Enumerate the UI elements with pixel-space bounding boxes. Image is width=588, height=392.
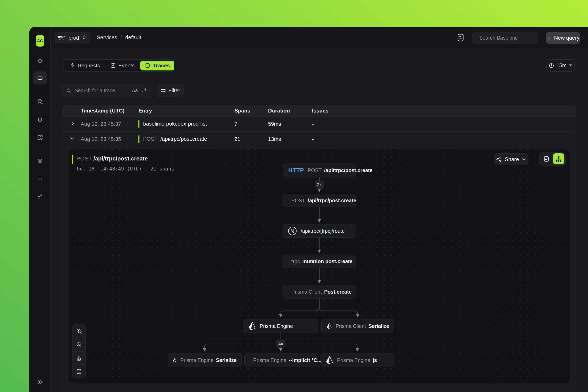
expand-sidebar-icon[interactable] — [36, 378, 44, 386]
lightning-icon — [70, 63, 75, 68]
plus-icon — [546, 35, 552, 41]
table-row[interactable]: Aug 12, 23:45:37 baselime-pokedex-prod-l… — [62, 116, 576, 131]
chevron-down-icon — [569, 64, 572, 66]
tree-view-icon — [555, 156, 562, 162]
lock-toggle-button[interactable] — [72, 351, 86, 365]
span-node-prisma-engine-js[interactable]: Prisma Engine js — [320, 353, 394, 367]
tree-view-button[interactable] — [553, 153, 564, 164]
tab-traces[interactable]: Traces — [140, 61, 174, 70]
changelog-icon[interactable] — [456, 33, 465, 42]
chevron-down-icon — [522, 157, 526, 162]
dashboard-icon[interactable] — [37, 134, 43, 141]
prisma-icon — [326, 322, 332, 330]
lock-open-icon — [76, 355, 82, 361]
entry-color-bar — [138, 135, 140, 143]
multiplicity-badge: 2x — [314, 181, 324, 188]
row-issues: - — [312, 136, 314, 142]
breadcrumb: Services / default — [97, 27, 141, 48]
main-area: aws prod Services / default ⌘ K — [51, 27, 588, 392]
chevron-down-icon[interactable] — [70, 136, 75, 142]
col-spans: Spans — [234, 108, 250, 114]
sliders-icon — [160, 88, 166, 93]
tab-requests[interactable]: Requests — [65, 61, 104, 70]
clock-icon — [549, 63, 554, 68]
maximize-icon — [76, 368, 82, 375]
http-icon: HTTP — [288, 167, 304, 174]
tab-events[interactable]: Events — [106, 61, 139, 70]
multiplicity-badge: 4x — [276, 340, 286, 348]
row-entry: baselime-pokedex-prod-list — [138, 120, 207, 128]
row-entry: POST /api/trpc/post.create — [138, 135, 207, 143]
trace-detail-meta: Oct 18, 14:48:49 (UTC) – 21 spans — [77, 166, 174, 172]
unfold-icon — [82, 35, 86, 41]
span-node-prisma-client[interactable]: Prisma Client Post.create — [282, 285, 356, 298]
span-node-prisma-engine-serialize[interactable]: Prisma Engine Serialize — [168, 353, 242, 367]
prisma-icon — [173, 356, 176, 364]
breadcrumb-separator: / — [120, 34, 122, 41]
list-view-button[interactable] — [541, 153, 552, 164]
trace-table: Timestamp (UTC) Entry Spans Duration Iss… — [62, 105, 576, 392]
row-timestamp: Aug 12, 23:45:37 — [81, 121, 121, 127]
span-node-trpc[interactable]: trpc mutation post.create — [282, 254, 356, 268]
row-issues: - — [312, 121, 314, 127]
event-bolt-icon — [110, 63, 116, 68]
global-search[interactable]: ⌘ K — [472, 32, 538, 44]
workspace-name: prod — [68, 35, 79, 41]
entry-color-bar — [72, 154, 73, 164]
table-row[interactable]: Aug 12, 23:45:35 POST /api/trpc/post.cre… — [62, 131, 576, 146]
workspace-switcher[interactable]: aws prod — [54, 32, 90, 44]
sidebar-item-explore[interactable] — [33, 72, 47, 84]
bell-icon[interactable] — [37, 116, 43, 123]
col-issues: Issues — [312, 108, 328, 114]
box-icon — [37, 75, 43, 81]
row-spans: 7 — [234, 121, 237, 127]
row-timestamp: Aug 12, 23:45:35 — [81, 136, 121, 142]
trace-search-input[interactable] — [74, 88, 129, 94]
database-search-icon[interactable] — [37, 98, 43, 105]
filter-button[interactable]: Filter — [157, 84, 184, 97]
entry-color-bar — [138, 120, 140, 128]
code-icon[interactable] — [37, 176, 43, 182]
table-header: Timestamp (UTC) Entry Spans Duration Iss… — [62, 105, 576, 116]
trace-detail-panel: POST /api/trpc/post.create Oct 18, 14:48… — [68, 149, 570, 383]
trace-search[interactable]: Aa .* — [62, 84, 151, 97]
span-node-http[interactable]: HTTP POST /api/trpc/post.create — [283, 164, 356, 177]
sidebar-divider — [35, 149, 45, 149]
col-timestamp: Timestamp (UTC) — [81, 108, 124, 114]
zoom-out-button[interactable] — [72, 338, 86, 351]
row-duration: 59ms — [268, 121, 281, 127]
app-window: AC — [30, 27, 588, 392]
trace-detail-title: POST /api/trpc/post.create — [76, 155, 148, 162]
chevron-right-icon[interactable] — [70, 120, 75, 127]
fit-view-button[interactable] — [72, 365, 86, 378]
breadcrumb-section[interactable]: Services — [97, 34, 117, 41]
search-icon — [66, 88, 72, 93]
regex-toggle[interactable]: .* — [141, 88, 147, 93]
col-entry: Entry — [138, 108, 152, 114]
span-node-nextjs-route[interactable]: /api/trpc/[trpc]/route — [282, 224, 356, 238]
view-tabs: Requests Events Traces — [63, 59, 176, 72]
avatar[interactable]: AC — [36, 35, 44, 46]
span-node-prisma-engine-implicit[interactable]: Prisma Engine --Implicit *C... — [244, 353, 318, 367]
span-node-prisma-client-serialize[interactable]: Prisma Client Serialize — [321, 319, 394, 333]
share-button[interactable]: Share — [494, 153, 528, 165]
time-range-select[interactable]: 15m — [546, 59, 575, 72]
sidebar: AC — [30, 27, 51, 392]
new-query-button[interactable]: New query — [546, 32, 580, 44]
key-icon[interactable] — [37, 193, 43, 200]
breadcrumb-current[interactable]: default — [125, 34, 141, 41]
span-node-nextjs[interactable]: POST /api/trpc/post.create — [282, 194, 356, 207]
aws-logo: aws — [58, 35, 66, 41]
view-mode-toggle — [539, 152, 566, 166]
bug-icon[interactable] — [37, 57, 43, 64]
graph-zoom-toolbar — [72, 324, 86, 378]
zoom-in-button[interactable] — [72, 324, 86, 338]
global-search-input[interactable] — [479, 35, 545, 41]
layers-icon[interactable] — [37, 158, 43, 164]
share-nodes-icon — [496, 156, 502, 162]
topbar: aws prod Services / default ⌘ K — [51, 27, 588, 48]
nextjs-icon — [288, 226, 297, 236]
span-node-prisma-engine[interactable]: Prisma Engine — [243, 319, 318, 333]
case-sensitive-toggle[interactable]: Aa — [132, 88, 138, 93]
prisma-icon — [248, 322, 256, 330]
